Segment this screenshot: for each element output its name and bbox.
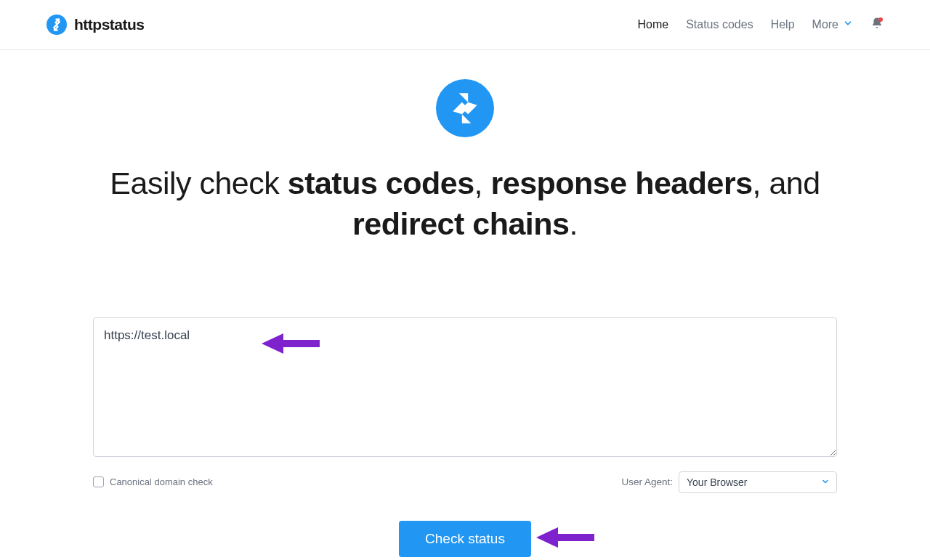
nav-status-codes[interactable]: Status codes xyxy=(686,18,753,31)
main-nav: Home Status codes Help More xyxy=(637,17,884,33)
user-agent-group: User Agent: Your Browser xyxy=(621,471,837,493)
canonical-check-label: Canonical domain check xyxy=(110,476,213,487)
logo-icon xyxy=(46,15,67,35)
submit-section: Check status xyxy=(93,521,837,557)
annotation-arrow-icon xyxy=(259,330,320,360)
nav-more[interactable]: More xyxy=(812,18,853,31)
canonical-check-group: Canonical domain check xyxy=(93,476,213,487)
user-agent-select-wrapper: Your Browser xyxy=(679,471,837,493)
canonical-checkbox[interactable] xyxy=(93,476,104,487)
hero-section: Easily check status codes, response head… xyxy=(93,79,837,245)
check-status-button[interactable]: Check status xyxy=(399,521,531,557)
hero-heading: Easily check status codes, response head… xyxy=(93,163,837,245)
url-form: Canonical domain check User Agent: Your … xyxy=(93,317,837,557)
chevron-down-icon xyxy=(843,18,853,31)
url-input[interactable] xyxy=(93,317,837,457)
nav-help[interactable]: Help xyxy=(771,18,795,31)
hero-icon xyxy=(436,79,494,137)
nav-home[interactable]: Home xyxy=(637,18,668,31)
annotation-arrow-icon xyxy=(533,524,594,553)
logo[interactable]: httpstatus xyxy=(46,15,145,35)
logo-text: httpstatus xyxy=(74,16,145,33)
notifications-icon[interactable] xyxy=(870,17,884,33)
user-agent-label: User Agent: xyxy=(621,476,673,487)
page-header: httpstatus Home Status codes Help More xyxy=(0,0,930,50)
nav-more-label: More xyxy=(812,18,838,31)
notification-dot xyxy=(878,17,883,22)
form-controls: Canonical domain check User Agent: Your … xyxy=(93,471,837,493)
user-agent-select[interactable]: Your Browser xyxy=(679,471,837,493)
main-content: Easily check status codes, response head… xyxy=(46,50,884,560)
